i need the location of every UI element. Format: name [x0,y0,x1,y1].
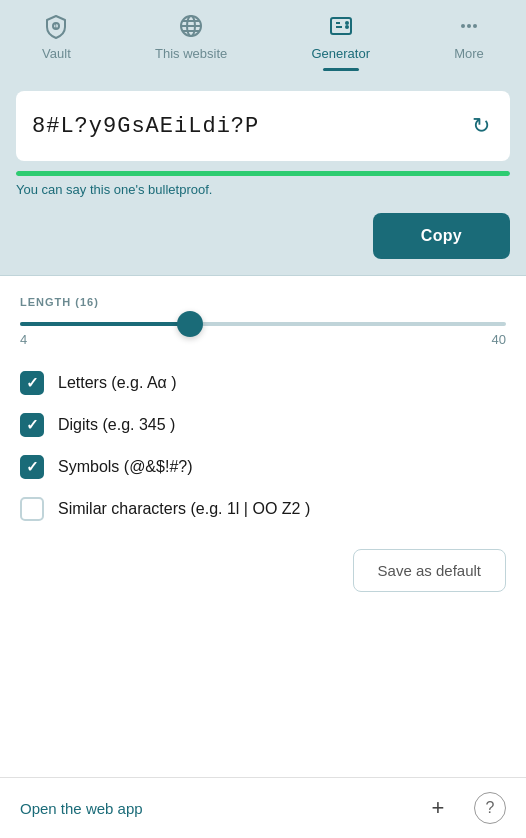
checkbox-group: Letters (e.g. Aα ) Digits (e.g. 345 ) Sy… [20,371,506,521]
checkbox-similar[interactable] [20,497,44,521]
nav-item-more[interactable]: More [438,12,500,71]
settings-panel: LENGTH (16) 4 40 Letters (e.g. Aα ) Digi… [0,276,526,777]
refresh-button[interactable]: ↻ [468,109,494,143]
top-nav: 1 Vault This website [0,0,526,71]
generator-icon [327,12,355,40]
checkbox-label-digits: Digits (e.g. 345 ) [58,416,175,434]
checkbox-label-similar: Similar characters (e.g. 1l | OO Z2 ) [58,500,310,518]
more-icon [455,12,483,40]
copy-button-row: Copy [16,213,510,259]
svg-point-8 [345,21,349,25]
checkbox-letters[interactable] [20,371,44,395]
password-box: 8#L?y9GsAEiLdi?P ↻ [16,91,510,161]
bottom-bar: Open the web app + ? [0,777,526,838]
svg-point-12 [473,24,477,28]
strength-text: You can say this one's bulletproof. [16,182,510,197]
slider-container [20,322,506,326]
this-website-icon [177,12,205,40]
main-content: 8#L?y9GsAEiLdi?P ↻ You can say this one'… [0,71,526,275]
checkbox-item-digits[interactable]: Digits (e.g. 345 ) [20,413,506,437]
checkbox-label-letters: Letters (e.g. Aα ) [58,374,177,392]
svg-point-9 [345,25,349,29]
bottom-icons: + ? [422,792,506,824]
nav-item-generator[interactable]: Generator [295,12,386,71]
strength-bar-container [16,171,510,176]
vault-icon: 1 [42,12,70,40]
save-default-button[interactable]: Save as default [353,549,506,592]
checkbox-symbols[interactable] [20,455,44,479]
nav-label-vault: Vault [42,46,71,61]
checkbox-item-letters[interactable]: Letters (e.g. Aα ) [20,371,506,395]
strength-bar-fill [16,171,510,176]
checkbox-digits[interactable] [20,413,44,437]
nav-label-this-website: This website [155,46,227,61]
nav-label-generator: Generator [311,46,370,61]
nav-label-more: More [454,46,484,61]
copy-button[interactable]: Copy [373,213,510,259]
save-row: Save as default [20,549,506,608]
checkbox-item-similar[interactable]: Similar characters (e.g. 1l | OO Z2 ) [20,497,506,521]
checkbox-label-symbols: Symbols (@&$!#?) [58,458,193,476]
password-display: 8#L?y9GsAEiLdi?P [32,114,468,139]
slider-limits: 4 40 [20,332,506,347]
slider-min: 4 [20,332,27,347]
add-button[interactable]: + [422,792,454,824]
slider-max: 40 [492,332,506,347]
help-button[interactable]: ? [474,792,506,824]
svg-point-10 [461,24,465,28]
open-web-app-button[interactable]: Open the web app [20,800,143,817]
length-label: LENGTH (16) [20,296,506,308]
svg-point-11 [467,24,471,28]
checkbox-item-symbols[interactable]: Symbols (@&$!#?) [20,455,506,479]
nav-item-vault[interactable]: 1 Vault [26,12,87,71]
nav-item-this-website[interactable]: This website [139,12,243,71]
